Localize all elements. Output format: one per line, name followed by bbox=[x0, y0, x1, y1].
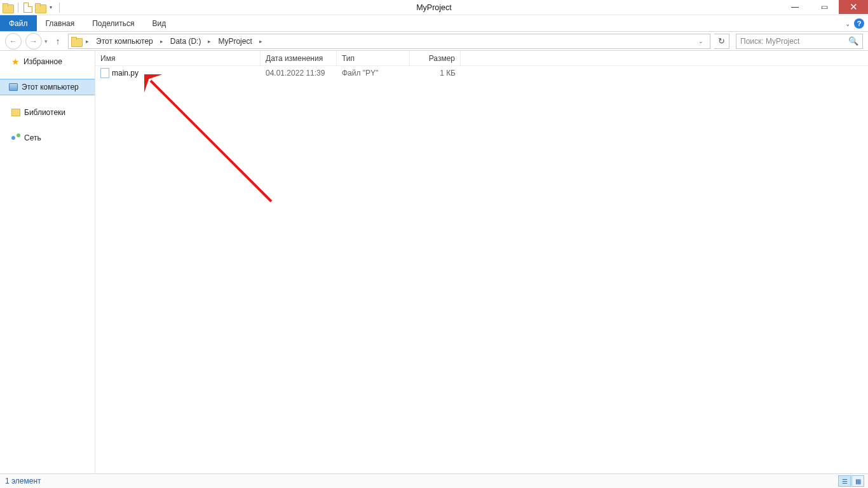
qat-separator bbox=[18, 3, 18, 13]
status-bar: 1 элемент ☰ ▦ bbox=[0, 473, 868, 488]
view-details-button[interactable]: ☰ bbox=[838, 475, 851, 487]
column-header-type[interactable]: Тип bbox=[337, 51, 410, 65]
file-row[interactable]: main.py 04.01.2022 11:39 Файл "PY" 1 КБ bbox=[95, 66, 868, 80]
computer-icon bbox=[9, 83, 18, 91]
svg-line-0 bbox=[151, 81, 271, 201]
chevron-right-icon[interactable]: ▸ bbox=[257, 38, 264, 44]
search-box[interactable]: 🔍 bbox=[736, 34, 863, 49]
status-count: 1 элемент bbox=[5, 477, 41, 485]
breadcrumb-folder[interactable]: MyProject bbox=[215, 34, 254, 48]
file-name-cell[interactable]: main.py bbox=[95, 66, 261, 80]
titlebar: ▾ MyProject — ▭ ✕ bbox=[0, 0, 868, 15]
star-icon: ★ bbox=[11, 57, 20, 67]
tab-file[interactable]: Файл bbox=[0, 15, 37, 31]
sidebar-item-label: Библиотеки bbox=[24, 108, 65, 117]
libraries-icon bbox=[11, 109, 20, 116]
ribbon-right: ⌄ ? bbox=[845, 15, 864, 32]
spacer bbox=[0, 121, 95, 130]
file-date-cell: 04.01.2022 11:39 bbox=[261, 66, 337, 80]
network-icon bbox=[11, 133, 20, 142]
close-button[interactable]: ✕ bbox=[839, 0, 868, 14]
file-list: Имя Дата изменения Тип Размер main.py 04… bbox=[95, 51, 868, 473]
back-button[interactable]: ← bbox=[5, 33, 22, 50]
maximize-button[interactable]: ▭ bbox=[810, 0, 839, 14]
nav-pane: ★ Избранное Этот компьютер Библиотеки Се… bbox=[0, 51, 95, 473]
view-large-icons-button[interactable]: ▦ bbox=[851, 475, 864, 487]
sidebar-item-label: Избранное bbox=[24, 57, 62, 66]
new-folder-icon[interactable] bbox=[35, 3, 45, 12]
help-icon[interactable]: ? bbox=[854, 18, 864, 29]
history-dropdown-icon[interactable]: ▾ bbox=[44, 38, 48, 44]
folder-icon bbox=[71, 37, 81, 46]
sidebar-item-label: Сеть bbox=[24, 133, 41, 142]
quick-access-toolbar: ▾ bbox=[0, 3, 62, 13]
body: ★ Избранное Этот компьютер Библиотеки Се… bbox=[0, 51, 868, 473]
spacer bbox=[0, 70, 95, 79]
file-name: main.py bbox=[112, 69, 139, 78]
chevron-right-icon[interactable]: ▸ bbox=[206, 38, 213, 44]
tab-share[interactable]: Поделиться bbox=[83, 15, 143, 31]
tab-home[interactable]: Главная bbox=[37, 15, 84, 31]
tab-view[interactable]: Вид bbox=[143, 15, 175, 31]
address-bar[interactable]: ▸ Этот компьютер ▸ Data (D:) ▸ MyProject… bbox=[68, 34, 710, 49]
qat-dropdown-icon[interactable]: ▾ bbox=[48, 3, 54, 13]
nav-row: ← → ▾ ↑ ▸ Этот компьютер ▸ Data (D:) ▸ M… bbox=[0, 32, 868, 51]
search-icon: 🔍 bbox=[848, 36, 858, 46]
column-header-name[interactable]: Имя bbox=[95, 51, 261, 65]
window-title: MyProject bbox=[0, 0, 868, 15]
sidebar-item-network[interactable]: Сеть bbox=[0, 130, 95, 146]
sidebar-item-this-pc[interactable]: Этот компьютер bbox=[0, 79, 95, 95]
ribbon-collapse-icon[interactable]: ⌄ bbox=[845, 20, 850, 27]
column-headers: Имя Дата изменения Тип Размер bbox=[95, 51, 868, 66]
up-button[interactable]: ↑ bbox=[51, 35, 64, 48]
breadcrumb-this-pc[interactable]: Этот компьютер bbox=[93, 34, 156, 48]
file-icon bbox=[100, 68, 109, 78]
window-controls: — ▭ ✕ bbox=[780, 0, 868, 14]
sidebar-item-favorites[interactable]: ★ Избранное bbox=[0, 53, 95, 70]
sidebar-item-label: Этот компьютер bbox=[22, 83, 79, 92]
minimize-button[interactable]: — bbox=[780, 0, 810, 14]
file-size-cell: 1 КБ bbox=[410, 66, 461, 80]
sidebar-item-libraries[interactable]: Библиотеки bbox=[0, 104, 95, 121]
breadcrumb-drive[interactable]: Data (D:) bbox=[168, 34, 204, 48]
forward-button[interactable]: → bbox=[25, 33, 42, 50]
view-toggles: ☰ ▦ bbox=[838, 475, 864, 487]
folder-icon[interactable] bbox=[3, 3, 13, 12]
ribbon: Файл Главная Поделиться Вид ⌄ ? bbox=[0, 15, 868, 32]
annotation-arrow bbox=[144, 74, 322, 227]
spacer bbox=[0, 95, 95, 104]
column-header-date[interactable]: Дата изменения bbox=[261, 51, 337, 65]
refresh-button[interactable]: ↻ bbox=[714, 34, 729, 49]
search-input[interactable] bbox=[740, 37, 858, 46]
address-dropdown-icon[interactable]: ⌄ bbox=[695, 38, 707, 44]
chevron-right-icon[interactable]: ▸ bbox=[84, 38, 91, 44]
chevron-right-icon[interactable]: ▸ bbox=[158, 38, 165, 44]
qat-separator bbox=[59, 3, 60, 13]
column-header-size[interactable]: Размер bbox=[410, 51, 461, 65]
file-type-cell: Файл "PY" bbox=[337, 66, 410, 80]
properties-icon[interactable] bbox=[24, 3, 32, 13]
